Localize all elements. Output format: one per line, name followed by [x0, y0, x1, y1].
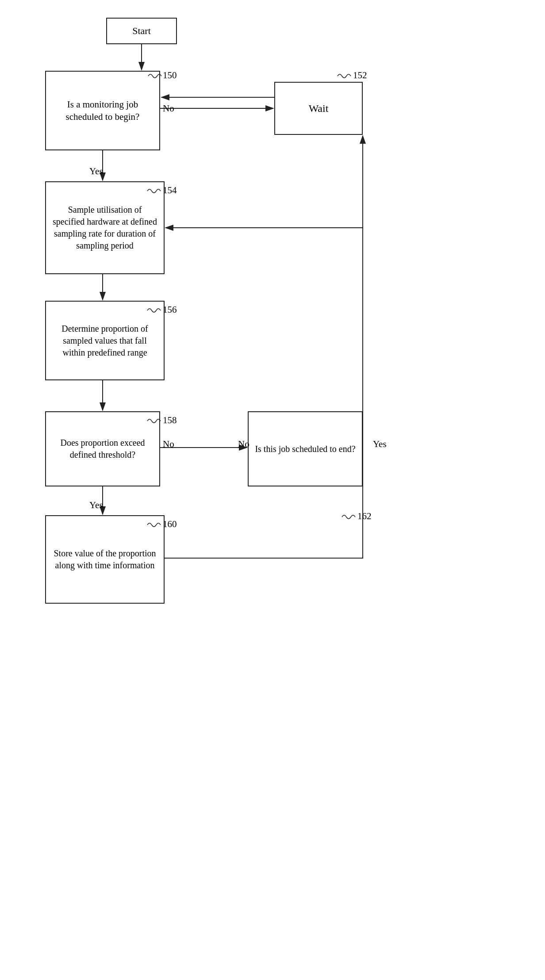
ref-label-162: 162: [357, 511, 372, 522]
start-box: Start: [106, 18, 177, 44]
diagram-container: Start Is a monitoring job scheduled to b…: [0, 0, 545, 980]
label-yes-3: Yes: [373, 439, 387, 450]
ref-label-160: 160: [163, 519, 177, 530]
squiggle-156: [145, 306, 163, 315]
ref-label-158: 158: [163, 415, 177, 426]
ref-label-152: 152: [353, 70, 367, 81]
label-yes-2: Yes: [89, 500, 103, 511]
label-no-3: No: [238, 439, 249, 450]
box-158b: Is this job scheduled to end?: [248, 411, 363, 486]
ref-label-150: 150: [163, 70, 177, 81]
box-152: Wait: [274, 82, 363, 135]
squiggle-154: [145, 187, 163, 195]
ref-label-156: 156: [163, 304, 177, 315]
box-158: Does proportion exceed defined threshold…: [45, 411, 160, 486]
label-yes-1: Yes: [89, 166, 103, 177]
ref-label-154: 154: [163, 185, 177, 196]
squiggle-160: [145, 521, 163, 529]
squiggle-158: [145, 417, 163, 425]
squiggle-152: [335, 72, 353, 80]
squiggle-162: [340, 513, 357, 521]
label-no-1: No: [163, 103, 174, 114]
box-150: Is a monitoring job scheduled to begin?: [45, 71, 160, 150]
label-no-2: No: [163, 439, 174, 450]
squiggle-150: [146, 72, 164, 80]
